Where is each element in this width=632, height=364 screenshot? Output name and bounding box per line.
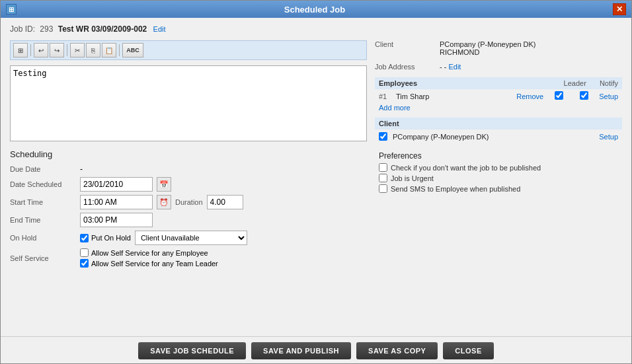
job-address-label: Job Address — [375, 63, 434, 71]
separator-2 — [67, 44, 67, 56]
undo-btn[interactable]: ↩ — [34, 43, 48, 57]
employees-col-headers: Leader Notify — [564, 79, 618, 87]
allow-any-employee-label[interactable]: Allow Self Service for any Employee — [80, 248, 208, 257]
clock-icon-btn[interactable]: ⏰ — [157, 195, 171, 209]
preferences-title: Preferences — [379, 151, 618, 161]
due-date-value: - — [80, 164, 83, 174]
job-id-label: Job ID: 293 — [10, 24, 56, 34]
table-toolbar-btn[interactable]: ⊞ — [13, 43, 28, 57]
cut-btn[interactable]: ✂ — [70, 43, 85, 57]
pref-checkbox-2[interactable] — [379, 184, 387, 193]
employees-section: Employees Leader Notify #1 Tim Sharp Rem… — [375, 77, 622, 112]
client-info-value: PCompany (P-Moneypen DK) RICHMOND — [440, 40, 536, 56]
add-more-employees-link[interactable]: Add more — [375, 104, 411, 112]
due-date-label: Due Date — [10, 165, 76, 173]
job-address-row: Job Address - - Edit — [375, 63, 622, 71]
end-time-label: End Time — [10, 216, 76, 224]
emp-actions: Remove Setup — [516, 91, 618, 101]
due-date-value-row: - — [80, 164, 367, 174]
pref-checkbox-0[interactable] — [379, 163, 387, 172]
emp-num: #1 — [379, 92, 391, 100]
on-hold-row: Put On Hold Client Unavailable Weather O… — [80, 231, 367, 245]
window-title: Scheduled Job — [17, 5, 613, 15]
close-window-button[interactable]: ✕ — [613, 3, 626, 15]
client-sub: RICHMOND — [440, 48, 536, 56]
client-section-row: PCompany (P-Moneypen DK) Setup — [375, 129, 622, 143]
separator-1 — [30, 44, 31, 56]
job-header: Job ID: 293 Test WR 03/09/2009-002 Edit — [10, 24, 622, 34]
end-time-input[interactable] — [80, 213, 153, 227]
self-service-row: Allow Self Service for any Employee Allo… — [80, 248, 367, 268]
client-section: Client PCompany (P-Moneypen DK) Setup — [375, 118, 622, 143]
emp-setup-link[interactable]: Setup — [599, 92, 618, 100]
start-time-row: ⏰ Duration — [80, 195, 367, 209]
put-on-hold-checkbox[interactable] — [80, 234, 89, 242]
on-hold-label: On Hold — [10, 234, 76, 242]
on-hold-reason-select[interactable]: Client Unavailable Weather Other — [135, 231, 247, 245]
allow-any-employee-text: Allow Self Service for any Employee — [91, 249, 208, 257]
client-section-name: PCompany (P-Moneypen DK) — [393, 133, 594, 141]
employees-section-header: Employees Leader Notify — [375, 77, 622, 89]
pref-item-0: Check if you don't want the job to be pu… — [379, 163, 618, 172]
job-title: Test WR 03/09/2009-002 — [58, 24, 147, 34]
emp-notify-check — [574, 91, 594, 101]
pref-item-2: Send SMS to Employee when published — [379, 184, 618, 193]
job-id-value: 293 — [40, 24, 53, 34]
client-section-title: Client — [379, 120, 399, 127]
job-address-edit-link[interactable]: Edit — [448, 63, 461, 71]
scheduling-form: Due Date - Date Scheduled 📅 Start Time — [10, 164, 367, 268]
pref-checkbox-1[interactable] — [379, 174, 387, 182]
start-time-input[interactable] — [80, 195, 153, 209]
put-on-hold-text: Put On Hold — [91, 234, 131, 242]
client-info-label: Client — [375, 40, 434, 56]
content-area: Job ID: 293 Test WR 03/09/2009-002 Edit … — [1, 18, 631, 336]
leader-col-header: Leader — [564, 79, 586, 87]
allow-team-leader-checkbox[interactable] — [80, 259, 89, 268]
save-as-copy-button[interactable]: SAVE AS COPY — [356, 342, 438, 359]
emp-remove-link[interactable]: Remove — [516, 92, 543, 100]
emp-notify-checkbox[interactable] — [580, 91, 588, 100]
duration-label: Duration — [175, 198, 203, 206]
pref-label-0: Check if you don't want the job to be pu… — [391, 164, 541, 172]
edit-job-link[interactable]: Edit — [153, 25, 166, 33]
emp-leader-checkbox[interactable] — [555, 91, 563, 100]
paste-btn[interactable]: 📋 — [102, 43, 116, 57]
job-description-editor[interactable]: Testing — [10, 65, 367, 141]
employees-title: Employees — [379, 79, 417, 87]
put-on-hold-checkbox-label[interactable]: Put On Hold — [80, 234, 131, 242]
client-name: PCompany (P-Moneypen DK) — [440, 40, 536, 48]
copy-btn[interactable]: ⎘ — [86, 43, 100, 57]
client-info-row: Client PCompany (P-Moneypen DK) RICHMOND — [375, 40, 622, 56]
emp-leader-check — [549, 91, 569, 101]
allow-any-employee-checkbox[interactable] — [80, 248, 89, 257]
job-address-value: - - Edit — [440, 63, 461, 71]
left-panel: ⊞ ↩ ↪ ✂ ⎘ 📋 ABC Testing Scheduling — [10, 40, 367, 331]
save-and-publish-button[interactable]: SAVE AND PUBLISH — [251, 342, 351, 359]
window-icon: ⊞ — [6, 4, 17, 15]
save-job-schedule-button[interactable]: SAVE JOB SCHEDULE — [138, 342, 246, 359]
client-setup-link[interactable]: Setup — [599, 133, 618, 141]
pref-label-1: Job is Urgent — [391, 174, 434, 182]
emp-name: Tim Sharp — [396, 92, 511, 100]
right-panel: Client PCompany (P-Moneypen DK) RICHMOND… — [375, 40, 622, 331]
scheduling-section-title: Scheduling — [10, 149, 367, 159]
end-time-row — [80, 213, 367, 227]
close-button[interactable]: CLOSE — [443, 342, 493, 359]
allow-team-leader-label[interactable]: Allow Self Service for any Team Leader — [80, 259, 218, 268]
client-checkbox[interactable] — [379, 132, 387, 141]
pref-label-2: Send SMS to Employee when published — [391, 185, 520, 193]
notify-col-header: Notify — [600, 79, 618, 87]
job-address-dash: - — [440, 63, 442, 71]
calendar-icon-btn[interactable]: 📅 — [157, 177, 171, 192]
date-scheduled-input[interactable] — [80, 177, 153, 192]
preferences-section: Preferences Check if you don't want the … — [375, 149, 622, 198]
employee-row: #1 Tim Sharp Remove Setup — [375, 89, 622, 103]
spell-btn[interactable]: ABC — [122, 43, 143, 57]
redo-btn[interactable]: ↪ — [50, 43, 64, 57]
duration-input[interactable] — [207, 195, 243, 209]
title-bar: ⊞ Scheduled Job ✕ — [1, 1, 631, 18]
pref-item-1: Job is Urgent — [379, 174, 618, 182]
editor-toolbar: ⊞ ↩ ↪ ✂ ⎘ 📋 ABC — [10, 40, 367, 60]
footer-actions: SAVE JOB SCHEDULE SAVE AND PUBLISH SAVE … — [1, 336, 631, 363]
self-service-label: Self Service — [10, 254, 76, 262]
